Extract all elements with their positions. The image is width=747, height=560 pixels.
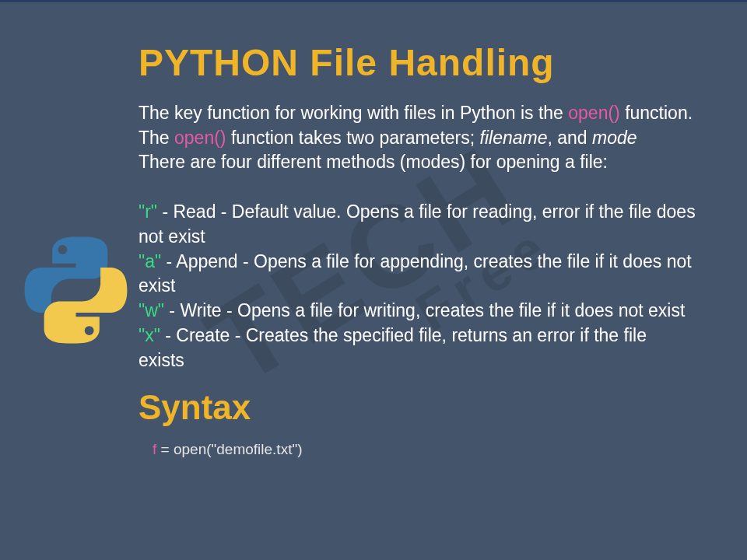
open-keyword-2: open() (174, 128, 226, 148)
mode-flag: "r" (139, 201, 157, 222)
intro-seg5: , and (547, 128, 592, 148)
page-title: PYTHON File Handling (139, 41, 696, 84)
mode-flag: "w" (139, 300, 164, 320)
intro-seg1: The key function for working with files … (139, 103, 568, 123)
modes-list: "r" - Read - Default value. Opens a file… (139, 200, 696, 373)
mode-item: "a" - Append - Opens a file for appendin… (139, 250, 696, 299)
syntax-heading: Syntax (139, 388, 696, 427)
mode-desc: - Write - Opens a file for writing, crea… (164, 300, 685, 320)
mode-desc: - Create - Creates the specified file, r… (139, 325, 647, 370)
intro-seg3: The (139, 128, 174, 148)
python-logo-icon (19, 212, 132, 368)
mode-flag: "a" (139, 251, 161, 271)
param-mode: mode (592, 128, 637, 148)
intro-line4: There are four different methods (modes)… (139, 152, 608, 172)
code-rest: = open("demofile.txt") (156, 441, 302, 457)
mode-item: "w" - Write - Opens a file for writing, … (139, 299, 696, 324)
mode-item: "r" - Read - Default value. Opens a file… (139, 200, 696, 249)
param-filename: filename (480, 128, 548, 148)
intro-seg2: function. (625, 103, 693, 123)
mode-item: "x" - Create - Creates the specified fil… (139, 324, 696, 373)
code-example: f = open("demofile.txt") (139, 441, 696, 458)
intro-text: The key function for working with files … (139, 101, 696, 373)
intro-seg4: function takes two parameters; (226, 128, 480, 148)
slide-content: PYTHON File Handling The key function fo… (139, 41, 696, 458)
mode-desc: - Append - Opens a file for appending, c… (139, 251, 692, 296)
open-keyword-1: open() (568, 103, 625, 123)
mode-desc: - Read - Default value. Opens a file for… (139, 201, 696, 247)
mode-flag: "x" (139, 325, 160, 345)
